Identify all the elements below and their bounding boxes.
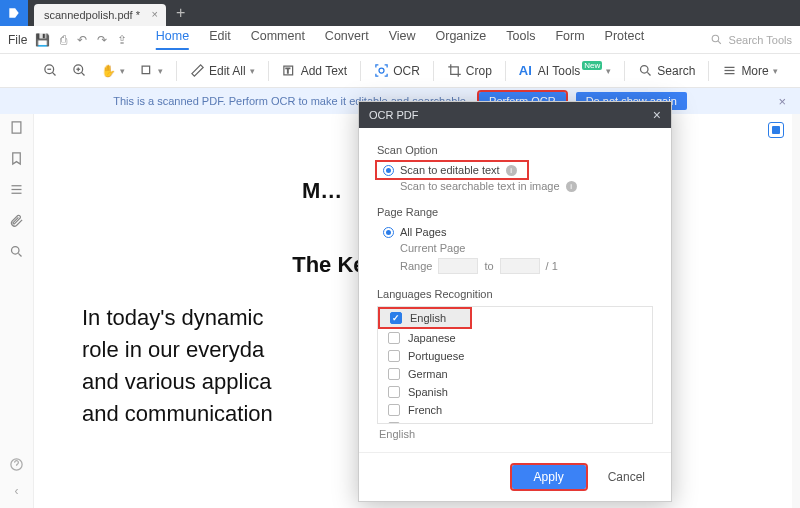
menu-organize[interactable]: Organize [436,29,487,50]
current-page-option[interactable]: Current Page [377,240,653,256]
zoom-out-button[interactable] [38,61,63,80]
lang-spanish[interactable]: Spanish [378,383,652,401]
dialog-header[interactable]: OCR PDF × [359,102,671,128]
titlebar: scannedpolish.pdf * × + [0,0,800,26]
lang-english[interactable]: ✓ English [380,309,470,327]
more-button[interactable]: More▾ [717,61,782,80]
tab-title: scannedpolish.pdf * [44,9,140,21]
save-icon[interactable]: 💾 [35,33,50,47]
page-range-label: Page Range [377,206,653,218]
page-ocr-badge[interactable] [768,122,784,138]
edit-all-button[interactable]: Edit All▾ [185,61,260,80]
menu-form[interactable]: Form [555,29,584,50]
svg-text:T: T [285,67,290,74]
svg-point-0 [712,35,719,42]
lang-german[interactable]: German [378,365,652,383]
scan-editable-option[interactable]: Scan to editable text i [377,162,527,178]
hand-tool-button[interactable]: ✋▾ [96,62,130,80]
close-tab-icon[interactable]: × [152,8,158,20]
select-tool-button[interactable]: ▾ [134,61,168,80]
apply-button[interactable]: Apply [512,465,586,489]
zoom-in-button[interactable] [67,61,92,80]
crop-button[interactable]: Crop [442,61,497,80]
add-text-button[interactable]: TAdd Text [277,61,352,80]
selected-language-summary: English [377,424,653,448]
toolbar: ✋▾ ▾ Edit All▾ TAdd Text OCR Crop AIAI T… [0,54,800,88]
cancel-button[interactable]: Cancel [600,465,653,489]
info-icon[interactable]: i [566,181,577,192]
svg-rect-18 [12,122,21,133]
lang-portuguese[interactable]: Portuguese [378,347,652,365]
quick-icons: 💾 ⎙ ↶ ↷ ⇪ [35,33,127,47]
lang-japanese[interactable]: Japanese [378,329,652,347]
svg-line-14 [648,72,651,75]
svg-point-13 [641,66,649,74]
dialog-title: OCR PDF [369,109,419,121]
help-icon[interactable] [9,457,24,472]
left-sidebar: ‹ [0,114,34,508]
list-icon[interactable] [9,182,24,197]
menu-protect[interactable]: Protect [605,29,645,50]
radio-selected-icon [383,227,394,238]
bookmark-icon[interactable] [9,151,24,166]
lang-french[interactable]: French [378,401,652,419]
share-icon[interactable]: ⇪ [117,33,127,47]
search-button[interactable]: Search [633,61,700,80]
svg-line-1 [718,41,721,44]
svg-point-22 [12,247,20,255]
menu-comment[interactable]: Comment [251,29,305,50]
menu-edit[interactable]: Edit [209,29,231,50]
svg-line-8 [81,72,84,75]
print-icon[interactable]: ⎙ [60,33,67,47]
all-pages-option[interactable]: All Pages [377,224,653,240]
svg-rect-9 [142,66,150,74]
redo-icon[interactable]: ↷ [97,33,107,47]
svg-line-4 [52,72,55,75]
new-tab-button[interactable]: + [176,4,185,22]
info-icon[interactable]: i [506,165,517,176]
file-menu[interactable]: File [8,33,27,47]
menubar: File 💾 ⎙ ↶ ↷ ⇪ Home Edit Comment Convert… [0,26,800,54]
menu-home[interactable]: Home [156,29,189,50]
dialog-close-icon[interactable]: × [653,107,661,123]
svg-line-23 [18,253,21,256]
ocr-dialog: OCR PDF × Scan Option Scan to editable t… [358,101,672,502]
dialog-footer: Apply Cancel [359,452,671,501]
search-tools-input[interactable]: Search Tools [729,34,792,46]
app-icon[interactable] [0,0,28,26]
ocr-button[interactable]: OCR [369,61,425,80]
scan-searchable-option[interactable]: Scan to searchable text in image i [377,178,653,194]
attachment-icon[interactable] [9,213,24,228]
range-option[interactable]: Range to / 1 [377,256,653,276]
languages-label: Languages Recognition [377,288,653,300]
undo-icon[interactable]: ↶ [77,33,87,47]
scan-option-label: Scan Option [377,144,653,156]
collapse-icon[interactable]: ‹ [15,484,19,498]
svg-point-12 [379,68,384,73]
checkbox-checked-icon: ✓ [390,312,402,324]
main-menu: Home Edit Comment Convert View Organize … [156,29,644,50]
menu-convert[interactable]: Convert [325,29,369,50]
infobar-close-icon[interactable]: × [778,94,786,109]
ai-tools-button[interactable]: AIAI ToolsNew▾ [514,61,616,80]
sidebar-search-icon[interactable] [9,244,24,259]
page-icon[interactable] [9,120,24,135]
menu-view[interactable]: View [389,29,416,50]
range-from-input[interactable] [438,258,478,274]
search-icon [710,33,723,46]
menu-tools[interactable]: Tools [506,29,535,50]
radio-selected-icon [383,165,394,176]
language-list: ✓ English Japanese Portuguese German Spa… [377,306,653,424]
range-to-input[interactable] [500,258,540,274]
document-tab[interactable]: scannedpolish.pdf * × [34,4,166,26]
